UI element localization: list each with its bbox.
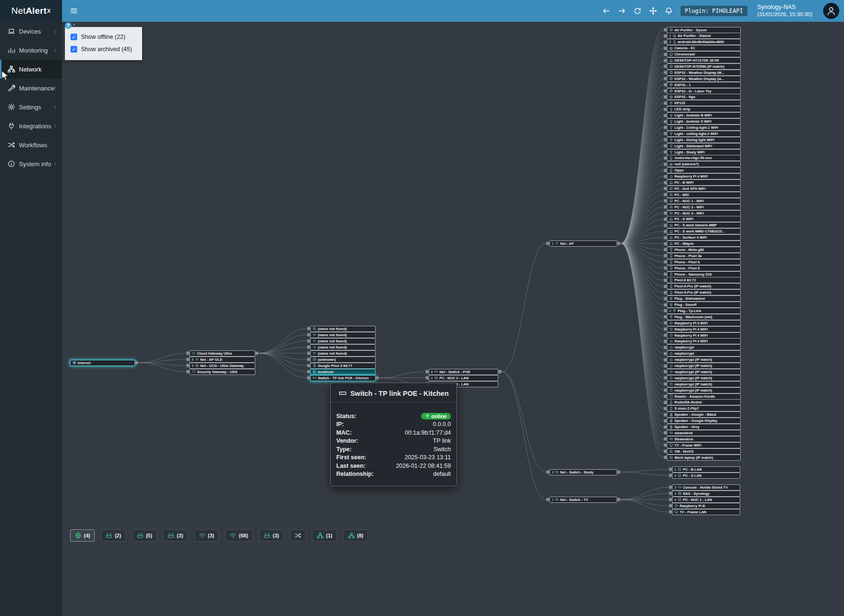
sidebar-item-monitoring[interactable]: Monitoring [0,41,62,60]
graph-node-pixel-9-pro-ip-match[interactable]: Pixel-9-Pro (IP match) [667,289,741,295]
graph-node-net-ucg-ultra-gateway[interactable]: 3Net - UCG - Ultra Gateway [189,363,255,369]
graph-node-light-ceiling-light-1-wifi[interactable]: Light - Ceiling-light-1 WiFi [667,125,741,131]
graph-node-esp32-weather-display-m[interactable]: ESP32 - Weather Display (M... [667,70,741,76]
graph-node-esp32-1[interactable]: ESP32 - 1 [667,82,741,88]
filter-checkbox-show-offline-22[interactable]: ✓Show offline (22) [65,31,142,43]
graph-node-redmi5a-redmi[interactable]: Redmi5A-Redmi [667,399,741,405]
graph-node-pc-surface-4-wifi[interactable]: PC - Surface 4 WiFi [667,234,741,241]
graph-node-nas-synology[interactable]: 2NAS - Synology [672,491,740,497]
graph-node-light-study-wifi[interactable]: Light - Study WiFi [667,149,741,155]
sidebar-item-workflows[interactable]: Workflows [0,135,62,154]
graph-node-unknown[interactable]: (unknown) [310,357,376,363]
graph-node-light-ceiling-light-2-wifi[interactable]: Light - ceiling-light-2 WiFi [667,131,741,137]
graph-node-raspberrypi-ip-match[interactable]: raspberrypi (IP match) [667,369,741,375]
graph-node-light-bedside-b-wifi[interactable]: Light - bedside B WiFi [667,112,741,118]
graph-tab-9-sitemap[interactable]: (1) [312,529,337,542]
graph-node-pc-nuc-1-wifi[interactable]: PC - NUC 1 - WiFi [667,198,741,204]
graph-node-pc-s-work-mmd-c70b2015[interactable]: PC - S work MMD-C70B2015... [667,228,741,234]
graph-node-cloud-gateway-ultra[interactable]: Cloud Gateway Ultra [189,350,255,357]
graph-node-raspberrypi[interactable]: raspberrypi [667,350,741,357]
graph-tab-8-shuffle[interactable] [290,529,306,542]
graph-node-esp32-ttgo[interactable]: ESP32 - ttgo [667,94,741,100]
graph-node-motorola-edge-50-neo[interactable]: motorola-edge-50-neo [667,155,741,161]
graph-node-name-not-found[interactable]: (name not found) [310,338,376,344]
graph-node-light-dining-light-wifi[interactable]: Light - Dining light WiFi [667,137,741,143]
graph-node-raspberry-pi-4-wifi[interactable]: Raspberry Pi 4 WiFi [667,320,741,326]
sidebar-item-system-info[interactable]: System info [0,154,62,173]
app-logo[interactable]: NetAlertX [0,0,62,22]
graph-node-raspberry-pi-4-wifi[interactable]: Raspberry Pi 4 WiFi [667,338,741,344]
graph-node-raspberry-pi-b[interactable]: Raspberry Pi B [672,503,740,509]
bell-icon[interactable] [665,7,673,15]
graph-node-plug-dishwasher[interactable]: Plug - Dishwasher [667,295,741,302]
graph-node-google-pixel-3-66-77[interactable]: Google Pixel 3 66:77 [310,363,376,369]
graph-node-net-switch-poe[interactable]: 8Net - Switch - POE [429,369,498,375]
graph-node-raspberrypi-ip-match[interactable]: raspberrypi (IP match) [667,381,741,387]
graph-node-speaker-google-black[interactable]: Speaker - Google - Black [667,411,741,418]
user-avatar[interactable] [823,3,839,19]
graph-node-light-bedside-s-wifi[interactable]: Light - bedside S WiFi [667,118,741,125]
graph-node-android-68c8b93a0dbc4690[interactable]: 2android-68c8b93a0dbc4690 [667,39,741,45]
graph-node-pc-msi[interactable]: PC - MSI [667,192,741,198]
graph-node-raspberrypi[interactable]: raspberrypi [667,344,741,350]
graph-node-pixel-9-pro-ip-match[interactable]: Pixel-9-Pro (IP match) [667,283,741,289]
graph-node-air-purifier-xiaomi[interactable]: 2Air Purifier - Xiaomi [667,33,741,39]
graph-node-name-not-found[interactable]: (name not found) [310,332,376,338]
graph-node-pc-nuc-1-lan[interactable]: 4PC - NUC 1 - LAN [672,497,740,503]
graph-node-oppo[interactable]: Oppo [667,167,741,173]
graph-node-esp32-weather-display-w[interactable]: ESP32 - Weather Display (w... [667,76,741,82]
graph-node-desktop-n7e55n-ip-match[interactable]: DESKTOP-N7E55N (IP match) [667,63,741,70]
graph-node-pc-nuc-4-wifi[interactable]: PC - NUC 4 - WiFi [667,210,741,216]
graph-node-kp115[interactable]: KP115 [667,100,741,106]
filter-checkbox-show-archived-45[interactable]: ✓Show archived (45) [65,43,142,55]
graph-node-pixel-6-82-72[interactable]: Pixel-6 82:72 [667,277,741,283]
graph-node-name-not-found[interactable]: (name not found) [310,350,376,357]
graph-node-security-gateway-usg[interactable]: Security Gateway - USG [189,369,255,375]
graph-tab-1-globe[interactable]: (4) [70,529,95,542]
graph-node-raspberrypi-ip-match[interactable]: raspberrypi (IP match) [667,375,741,381]
graph-node-pc-nuc-3-wifi[interactable]: PC - NUC 3 - WiFi [667,204,741,210]
graph-node-steamdeck[interactable]: Steamdeck [667,436,741,442]
move-icon[interactable] [649,7,657,15]
graph-node-speaker-grey[interactable]: Speaker - Grey [667,424,741,430]
graph-node-net-switch-tv[interactable]: 1Net - Switch - TV [549,497,617,503]
graph-node-internet[interactable]: Internet [70,360,135,366]
help-icon[interactable]: ? [65,22,72,29]
graph-node-console-nvidia-shield-tv[interactable]: 3Console - Nvidia Shield TV [672,484,740,491]
arrow-right-icon[interactable] [618,7,626,15]
graph-node-tv-frame-lan[interactable]: TV - Frame LAN [672,509,740,515]
graph-node-name-not-found[interactable]: (name not found) [310,344,376,350]
graph-node-desktop-h7j17ge-1e-99[interactable]: DESKTOP-H7J17GE 1E:99 [667,57,741,63]
sidebar-item-maintenance[interactable]: Maintenance [0,79,62,98]
graph-node-speaker-google-display[interactable]: Speaker - Google Display [667,418,741,424]
graph-node-phone-moto-g82[interactable]: Phone - Moto g82 [667,247,741,253]
graph-node-pc-nuc-2-lan[interactable]: 2PC - NUC 2 - LAN [429,375,498,381]
graph-node-plug-washroom-old[interactable]: Plug - Washroom (old) [667,314,741,320]
graph-node-steamdeck[interactable]: steamdeck [667,430,741,436]
graph-node-pc-s-lan[interactable]: 3PC - S LAN [672,473,740,479]
graph-node-phone-samsung-s10[interactable]: Phone - Samsung S10 [667,271,741,277]
graph-tab-2-router[interactable]: (2) [101,529,126,542]
graph-node-net-ap-old[interactable]: 5Net - AP OLD [189,357,255,363]
sidebar-item-devices[interactable]: Devices [0,22,62,41]
graph-node-name-not-found[interactable]: (name not found) [310,326,376,332]
graph-node-raspberrypi-ip-match[interactable]: raspberrypi (IP match) [667,387,741,393]
graph-node-raspberry-pi-4-wifi[interactable]: Raspberry Pi 4 WiFi [667,332,741,339]
graph-node-reader-amazon-kindle[interactable]: Reader - Amazon Kindle [667,393,741,400]
graph-node-raspberrypi-ip-match[interactable]: raspberrypi (IP match) [667,357,741,363]
graph-tab-3-router[interactable]: (5) [132,529,157,542]
graph-node-switch-tp-link-poe-kitchen[interactable]: Switch - TP link POE - Kitchen [310,375,376,381]
graph-node-chromecast[interactable]: Chromecast [667,51,741,57]
graph-tab-5-wifi[interactable]: (3) [194,529,219,542]
graph-node-net-ap[interactable]: 1Net - AP [549,241,617,247]
graph-tab-7-router[interactable]: (3) [259,529,284,542]
graph-node-net-switch-study[interactable]: 3Net - Switch - Study [549,469,617,475]
graph-node-led-strip[interactable]: LED strip [667,106,741,112]
checkbox-checked-icon[interactable]: ✓ [71,34,77,40]
graph-node-pc-dell-xps-wifi[interactable]: PC - Dell XPS WiFi [667,186,741,192]
graph-node-raspberrypi-ip-match[interactable]: raspberrypi (IP match) [667,363,741,369]
graph-node-esp32-in-laser-toy[interactable]: ESP32 - In - Laser Toy [667,88,741,94]
graph-tab-4-router[interactable]: (3) [163,529,188,542]
checkbox-checked-icon[interactable]: ✓ [71,46,77,53]
graph-node-light-sideboard-wifi[interactable]: Light - Sideboard WiFi [667,143,741,149]
